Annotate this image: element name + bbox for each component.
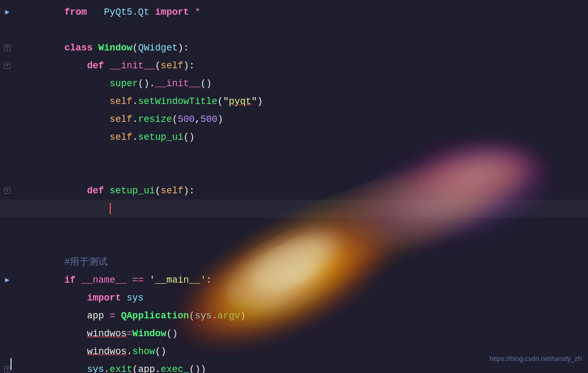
string-main: '__main__' (150, 275, 206, 285)
fold-gutter-16: ▶ (0, 271, 15, 289)
fold-gutter-21: ▽ (0, 366, 15, 372)
fold-icon-3[interactable]: ▽ (4, 45, 10, 51)
fold-gutter-4: ▽ (0, 63, 15, 69)
num-500-2: 500 (201, 114, 217, 125)
code-line-9 (0, 146, 588, 164)
code-editor[interactable]: ▶ from PyQt5.Qt import * ▽ class Window(… (0, 0, 588, 373)
code-content: ▶ from PyQt5.Qt import * ▽ class Window(… (0, 0, 588, 373)
keyword-import: import (155, 7, 189, 17)
self-ref-3: self (110, 132, 132, 142)
method-setup-ui-call: setup_ui (138, 132, 183, 142)
fold-gutter-3: ▽ (0, 45, 15, 51)
text-cursor (110, 203, 111, 214)
method-exec: exec_ (161, 364, 189, 373)
sys-exit-ref: sys (87, 364, 104, 373)
app-ref: app (138, 364, 155, 373)
line-content-21: sys.exit(app.exec_()) (15, 343, 206, 373)
bottom-cursor (10, 358, 12, 370)
string-pyqt: pyqt (229, 96, 251, 107)
fold-icon-11[interactable]: ▽ (4, 188, 10, 194)
module-name: PyQt5.Qt (104, 7, 149, 17)
keyword-from: from (64, 7, 87, 17)
code-line-13 (0, 217, 588, 235)
param-self-2: self (161, 185, 183, 196)
fold-gutter-1: ▶ (0, 3, 15, 21)
import-star: * (195, 7, 201, 17)
sys-ref: sys (195, 310, 212, 321)
code-line-1: ▶ from PyQt5.Qt import * (0, 3, 588, 21)
line-content-9 (15, 146, 25, 164)
sys-argv: argv (217, 310, 240, 321)
code-line-8: self.setup_ui() (0, 128, 588, 146)
line-content-13 (15, 217, 25, 235)
method-exit: exit (110, 364, 132, 373)
fold-icon-21[interactable]: ▽ (4, 366, 10, 372)
code-line-12 (0, 200, 588, 217)
method-setup-ui-def: setup_ui (110, 185, 155, 196)
fold-gutter-11: ▽ (0, 188, 15, 194)
fold-icon-4[interactable]: ▽ (4, 63, 10, 69)
watermark: https://blog.csdn.net/tansty_zh (489, 350, 582, 368)
